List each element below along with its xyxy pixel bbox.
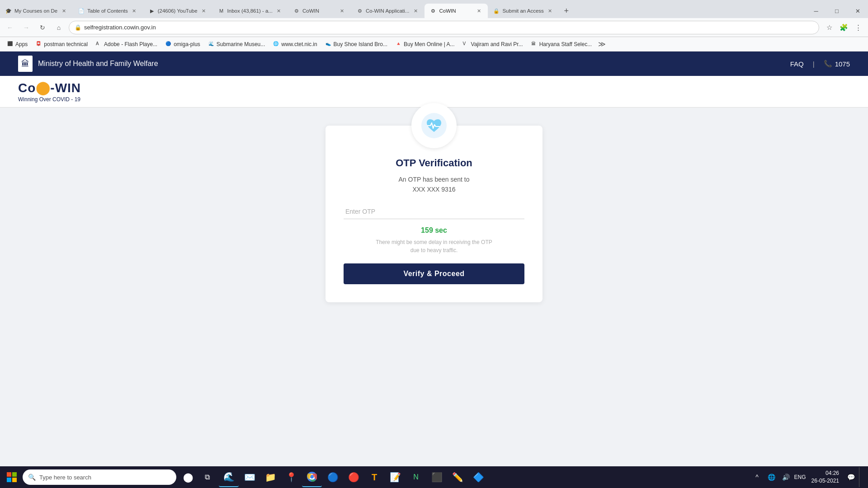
tab-label: Table of Contents: [87, 8, 128, 14]
browser-tab-tab-3[interactable]: ▶ (24606) YouTube ✕: [143, 4, 213, 18]
browser-chrome: 🎓 My Courses on De ✕ 📄 Table of Contents…: [0, 0, 868, 52]
bookmark-label: Submarine Museu...: [217, 41, 265, 47]
tab-close-button[interactable]: ✕: [60, 7, 67, 14]
url-bar[interactable]: 🔒 selfregistration.cowin.gov.in: [69, 21, 819, 34]
bookmark-bm-men[interactable]: 🔺 Buy Men Online | A...: [392, 40, 458, 48]
national-emblem: 🏛: [18, 56, 33, 72]
bookmark-label: Apps: [15, 41, 28, 47]
taskbar-search[interactable]: 🔍 Type here to search: [23, 469, 176, 485]
search-icon: 🔍: [28, 474, 36, 481]
tab-label: My Courses on De: [14, 8, 57, 14]
svg-rect-4: [12, 478, 17, 482]
taskbar-app-folder[interactable]: 📁: [260, 467, 280, 487]
extension-puzzle-icon[interactable]: 🧩: [837, 21, 850, 34]
bookmark-bm-adobe[interactable]: A Adobe - Flash Playe...: [92, 40, 161, 48]
time-display: 04:26: [811, 469, 839, 477]
bookmark-bm-submarine[interactable]: 🌊 Submarine Museu...: [205, 40, 269, 48]
logo-co: Co: [18, 81, 36, 95]
cortana-button[interactable]: ⬤: [179, 468, 197, 486]
new-tab-button[interactable]: +: [559, 4, 574, 18]
tab-favicon: ⚙: [357, 8, 363, 14]
bookmark-favicon: 🔵: [165, 41, 172, 47]
tab-close-button[interactable]: ✕: [200, 7, 208, 14]
tab-favicon: 🎓: [5, 8, 12, 14]
show-hidden-icons[interactable]: ^: [751, 471, 764, 483]
main-content: OTP Verification An OTP has been sent to…: [0, 108, 868, 320]
bookmark-label: Buy Men Online | A...: [404, 41, 455, 47]
minimize-button[interactable]: ─: [806, 4, 826, 18]
tab-close-button[interactable]: ✕: [547, 7, 554, 14]
taskbar-app-sticky[interactable]: 📝: [385, 467, 405, 487]
bookmark-label: www.ctet.nic.in: [281, 41, 317, 47]
browser-tab-tab-6[interactable]: ⚙ Co-WIN Applicati... ✕: [351, 4, 425, 18]
tab-label: Submit an Access: [502, 8, 543, 14]
otp-card: OTP Verification An OTP has been sent to…: [326, 126, 542, 302]
logo-tagline: Winning Over COVID - 19: [18, 96, 850, 103]
language-indicator[interactable]: ENG: [794, 474, 806, 480]
bookmark-bm-vajiram[interactable]: V Vajiram and Ravi Pr...: [459, 40, 527, 48]
bookmark-label: Adobe - Flash Playe...: [104, 41, 157, 47]
tab-favicon: ⚙: [430, 8, 436, 14]
verify-proceed-button[interactable]: Verify & Proceed: [344, 263, 524, 284]
volume-icon[interactable]: 🔊: [780, 471, 793, 483]
tab-close-button[interactable]: ✕: [339, 7, 346, 14]
faq-link[interactable]: FAQ: [790, 60, 804, 68]
bookmark-favicon: 🔺: [396, 41, 402, 47]
otp-subtitle: An OTP has been sent to XXX XXX 9316: [344, 174, 524, 195]
bookmark-label: omiga-plus: [174, 41, 200, 47]
taskbar-app-maps[interactable]: 📍: [281, 467, 301, 487]
bookmark-bm-haryana[interactable]: 🏛 Haryana Staff Selec...: [528, 40, 596, 48]
taskbar-app-cmd[interactable]: ⬛: [427, 467, 447, 487]
bookmark-bm-apps[interactable]: ⬛ Apps: [4, 40, 31, 48]
taskbar-app-azure[interactable]: 🔷: [468, 467, 488, 487]
taskbar-app-tilix[interactable]: T: [364, 467, 384, 487]
site-header: 🏛 Ministry of Health and Family Welfare …: [0, 52, 868, 76]
maximize-button[interactable]: □: [826, 4, 847, 18]
phone-info: 📞 1075: [824, 60, 850, 68]
bookmark-star-icon[interactable]: ☆: [823, 21, 835, 34]
browser-tab-tab-5[interactable]: ⚙ CoWIN ✕: [288, 4, 351, 18]
taskbar-app-pen[interactable]: ✏️: [448, 467, 467, 487]
browser-tab-tab-4[interactable]: M Inbox (43,861) - a... ✕: [213, 4, 288, 18]
home-button[interactable]: ⌂: [52, 21, 65, 34]
taskbar-app-edge[interactable]: 🌊: [219, 467, 239, 487]
tab-close-button[interactable]: ✕: [475, 7, 482, 14]
network-icon[interactable]: 🌐: [765, 471, 778, 483]
taskbar-app-chrome[interactable]: [302, 467, 322, 487]
reload-button[interactable]: ↻: [36, 21, 49, 34]
browser-menu-icon[interactable]: ⋮: [852, 21, 864, 34]
svg-rect-1: [7, 472, 11, 477]
heart-monitor-icon: [420, 112, 448, 139]
taskbar-app-office[interactable]: 🔴: [344, 467, 363, 487]
taskbar-app-pycharm[interactable]: 🔵: [323, 467, 343, 487]
clock-display[interactable]: 04:26 26-05-2021: [808, 469, 843, 485]
tab-close-button[interactable]: ✕: [131, 7, 138, 14]
browser-tab-tab-8[interactable]: 🔒 Submit an Access ✕: [488, 4, 559, 18]
tab-close-button[interactable]: ✕: [275, 7, 283, 14]
browser-tab-tab-7[interactable]: ⚙ CoWIN ✕: [425, 4, 488, 18]
bookmark-favicon: 🏛: [531, 41, 538, 47]
bookmark-favicon: A: [96, 41, 102, 47]
browser-tab-tab-1[interactable]: 🎓 My Courses on De ✕: [0, 4, 73, 18]
bookmark-bm-shoe[interactable]: 👟 Buy Shoe Island Bro...: [322, 40, 391, 48]
taskbar-system: ^ 🌐 🔊 ENG 04:26 26-05-2021 💬: [751, 467, 866, 487]
task-view-button[interactable]: ⧉: [198, 468, 216, 486]
tab-close-button[interactable]: ✕: [412, 7, 419, 14]
close-button[interactable]: ✕: [847, 4, 868, 18]
notification-center[interactable]: 💬: [844, 471, 857, 483]
otp-input[interactable]: [344, 204, 524, 219]
show-desktop-button[interactable]: [859, 467, 863, 487]
forward-button[interactable]: →: [20, 21, 33, 34]
card-icon-circle: [411, 103, 457, 148]
bookmark-bm-ctet[interactable]: 🌐 www.ctet.nic.in: [269, 40, 321, 48]
bookmark-bm-postman[interactable]: 📮 postman technical: [32, 40, 91, 48]
card-wrapper: OTP Verification An OTP has been sent to…: [326, 126, 542, 302]
bookmarks-more-icon[interactable]: ≫: [598, 40, 606, 48]
back-button[interactable]: ←: [4, 21, 16, 34]
taskbar-app-mail[interactable]: ✉️: [240, 467, 259, 487]
browser-tab-tab-2[interactable]: 📄 Table of Contents ✕: [73, 4, 143, 18]
ministry-name: Ministry of Health and Family Welfare: [38, 60, 158, 68]
start-button[interactable]: [2, 467, 22, 487]
taskbar-app-npp[interactable]: N: [406, 467, 426, 487]
bookmark-bm-omiga[interactable]: 🔵 omiga-plus: [162, 40, 204, 48]
